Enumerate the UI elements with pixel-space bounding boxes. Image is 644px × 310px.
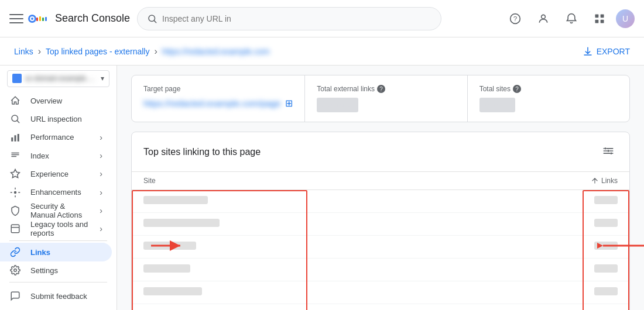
target-url[interactable]: https://redacted.example.com/page <box>143 98 280 108</box>
arrow-right <box>597 237 644 254</box>
sidebar-item-enhancements[interactable]: Enhancements › <box>0 183 112 201</box>
sort-icon <box>591 177 599 185</box>
target-page-value: https://redacted.example.com/page ⊞ <box>143 98 293 109</box>
svg-point-23 <box>14 269 17 272</box>
links-num-2 <box>594 219 618 227</box>
menu-button[interactable] <box>9 12 23 26</box>
property-icon <box>12 74 22 83</box>
cell-links-5 <box>571 287 618 298</box>
svg-point-11 <box>542 15 546 19</box>
table-row <box>132 259 629 281</box>
svg-rect-20 <box>18 134 19 142</box>
breadcrumb: Links › Top linked pages - externally › … <box>0 37 644 66</box>
table-section-title: Top sites linking to this page <box>143 147 599 157</box>
sidebar-item-submit-feedback[interactable]: Submit feedback <box>0 287 112 305</box>
table-row <box>132 213 629 236</box>
svg-rect-5 <box>42 18 44 21</box>
topbar-left: Search Console <box>9 12 130 26</box>
filter-icon <box>602 145 614 157</box>
sidebar-label-overview: Overview <box>30 97 62 105</box>
info-card-external-links: Total external links ? 00,000 <box>305 75 467 122</box>
sidebar-label-links: Links <box>30 248 50 257</box>
links-num-5 <box>594 287 618 295</box>
legacy-chevron-icon: › <box>100 224 102 233</box>
logo-area: Search Console <box>28 12 130 25</box>
svg-rect-14 <box>595 19 599 23</box>
breadcrumb-sep-2: › <box>154 46 157 57</box>
experience-chevron-icon: › <box>100 169 102 178</box>
svg-point-21 <box>14 191 17 194</box>
site-bar-5 <box>143 287 202 295</box>
search-bar[interactable] <box>137 7 441 30</box>
bell-icon <box>566 13 577 25</box>
sidebar-item-index[interactable]: Index › <box>0 146 112 164</box>
link-icon <box>9 246 21 258</box>
performance-chevron-icon: › <box>100 133 102 142</box>
notifications-button[interactable] <box>560 7 583 30</box>
enhancements-icon <box>9 187 21 198</box>
site-bar-2 <box>143 219 220 227</box>
sidebar-item-experience[interactable]: Experience › <box>0 165 112 183</box>
sidebar-item-url-inspection[interactable]: URL inspection <box>0 110 112 128</box>
enhancements-chevron-icon: › <box>100 188 102 197</box>
table-row <box>132 304 629 310</box>
external-links-label: Total external links ? <box>317 85 455 93</box>
breadcrumb-sep-1: › <box>38 46 41 57</box>
total-sites-info-icon[interactable]: ? <box>513 85 521 93</box>
cell-site-4 <box>143 264 571 275</box>
sidebar-label-index: Index <box>30 151 90 160</box>
property-selector[interactable]: sc-domain:example.com ▾ <box>7 70 109 87</box>
total-sites-count: 0,000 <box>479 98 515 112</box>
sidebar-item-settings[interactable]: Settings <box>0 261 112 280</box>
external-links-info-icon[interactable]: ? <box>377 85 385 93</box>
sidebar-item-security[interactable]: Security & Manual Actions › <box>0 201 112 219</box>
avatar[interactable]: U <box>616 9 635 28</box>
info-cards: Target page https://redacted.example.com… <box>131 75 630 122</box>
nav-divider <box>9 240 107 241</box>
svg-point-24 <box>607 150 609 151</box>
info-card-target-page: Target page https://redacted.example.com… <box>132 75 305 122</box>
sidebar-item-overview[interactable]: Overview <box>0 92 112 110</box>
external-links-value: 00,000 <box>317 98 455 112</box>
sidebar-label-enhancements: Enhancements <box>30 188 90 197</box>
svg-rect-15 <box>601 19 604 23</box>
external-links-count: 00,000 <box>317 98 358 112</box>
info-card-total-sites: Total sites ? 0,000 <box>468 75 629 122</box>
export-button[interactable]: EXPORT <box>583 46 630 57</box>
svg-rect-12 <box>595 14 599 18</box>
svg-point-25 <box>604 147 606 149</box>
target-page-label: Target page <box>143 85 293 93</box>
experience-icon <box>9 168 21 180</box>
col-header-site: Site <box>143 177 591 185</box>
sidebar-label-feedback: Submit feedback <box>30 292 87 301</box>
table-section-header: Top sites linking to this page <box>132 132 629 172</box>
sidebar-label-legacy: Legacy tools and reports <box>30 220 90 237</box>
search-input[interactable] <box>162 14 431 23</box>
account-circle-button[interactable] <box>532 7 555 30</box>
svg-rect-22 <box>11 225 19 233</box>
help-button[interactable]: ? <box>503 7 527 30</box>
svg-line-17 <box>17 120 19 123</box>
apps-button[interactable] <box>588 7 611 30</box>
breadcrumb-top-linked[interactable]: Top linked pages - externally <box>46 47 149 56</box>
filter-button[interactable] <box>599 142 618 162</box>
sidebar-item-performance[interactable]: Performance › <box>0 128 112 146</box>
sidebar-label-url-inspection: URL inspection <box>30 115 82 123</box>
chart-icon <box>9 132 21 143</box>
sidebar-item-links[interactable]: Links <box>0 243 112 261</box>
site-bar-4 <box>143 264 190 273</box>
col-header-links[interactable]: Links <box>591 177 618 185</box>
main-layout: sc-domain:example.com ▾ Overview URL ins… <box>0 66 644 310</box>
svg-rect-19 <box>15 135 16 142</box>
sidebar-item-legacy[interactable]: Legacy tools and reports › <box>0 219 112 237</box>
breadcrumb-links[interactable]: Links <box>14 47 33 56</box>
svg-line-8 <box>154 20 156 22</box>
cell-site-1 <box>143 196 571 206</box>
svg-text:?: ? <box>513 15 518 22</box>
external-link-icon[interactable]: ⊞ <box>285 98 293 109</box>
cell-site-2 <box>143 219 571 229</box>
feedback-icon <box>9 290 21 302</box>
help-icon: ? <box>509 13 521 25</box>
topbar: Search Console ? <box>0 0 644 37</box>
shield-icon <box>9 205 21 216</box>
